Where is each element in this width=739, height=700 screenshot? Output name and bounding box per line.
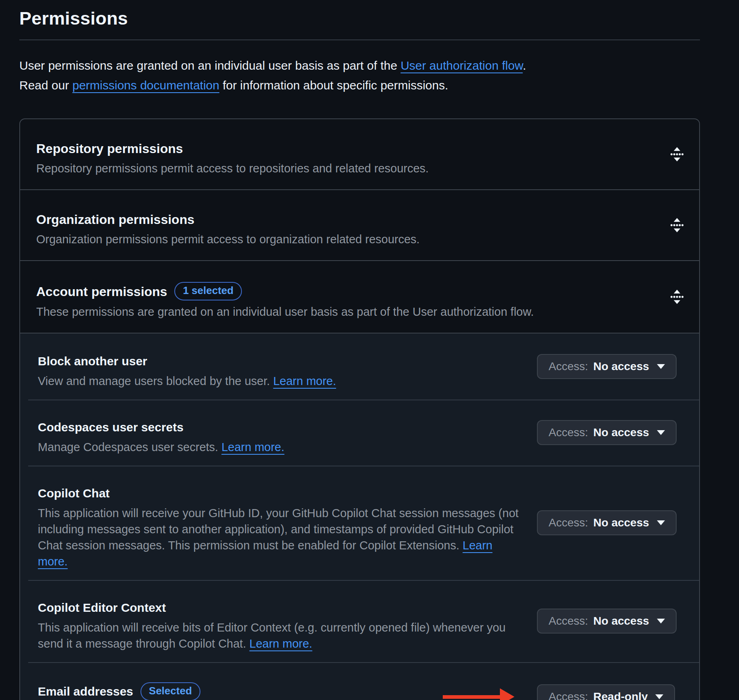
permission-description: View and manage users blocked by the use…: [38, 373, 521, 389]
access-value: No access: [593, 360, 649, 373]
permission-description-text: This application will receive your GitHu…: [38, 507, 518, 552]
intro-line-2-suffix: for information about specific permissio…: [219, 79, 448, 92]
permission-row-copilot-editor-context: Copilot Editor Context This application …: [20, 580, 699, 662]
section-description: These permissions are granted on an indi…: [36, 304, 627, 320]
chevron-down-icon: [657, 364, 665, 369]
permission-row-email-addresses: Email addressesSelected Manage a user's …: [20, 662, 699, 700]
account-permissions-list: Block another user View and manage users…: [20, 333, 699, 700]
access-label: Access:: [549, 360, 588, 373]
permission-row-block-another-user: Block another user View and manage users…: [20, 333, 699, 400]
section-title-text: Account permissions: [36, 284, 167, 299]
intro-line-2-prefix: Read our: [19, 79, 72, 92]
access-value: No access: [593, 615, 649, 628]
access-label: Access:: [549, 615, 588, 628]
drag-handle-icon[interactable]: [670, 289, 684, 304]
permission-description: This application will receive bits of Ed…: [38, 619, 521, 652]
selected-count-badge: 1 selected: [174, 282, 242, 300]
permission-description-text: Manage Codespaces user secrets.: [38, 441, 218, 454]
permission-description-text: View and manage users blocked by the use…: [38, 375, 270, 387]
selected-badge: Selected: [140, 682, 200, 700]
intro-line-2: Read our permissions documentation for i…: [19, 75, 700, 95]
drag-handle-icon[interactable]: [670, 217, 684, 233]
permission-name: Codespaces user secrets: [38, 420, 521, 435]
permission-action: Access: No access: [537, 510, 677, 535]
access-value: No access: [593, 426, 649, 439]
section-organization-permissions: Organization permissions Organization pe…: [20, 190, 699, 261]
red-arrow-icon: [443, 688, 514, 700]
permission-action: Access: No access: [537, 609, 677, 634]
section-account-permissions: Account permissions1 selected These perm…: [20, 261, 699, 333]
learn-more-link[interactable]: Learn more.: [221, 441, 284, 454]
access-dropdown-block-another-user[interactable]: Access: No access: [537, 354, 677, 379]
access-value: Read-only: [593, 690, 648, 700]
learn-more-link[interactable]: Learn more.: [273, 375, 336, 387]
access-dropdown-copilot-chat[interactable]: Access: No access: [537, 510, 677, 535]
permission-info: Codespaces user secrets Manage Codespace…: [38, 400, 537, 466]
access-dropdown-codespaces-user-secrets[interactable]: Access: No access: [537, 420, 677, 445]
permission-row-codespaces-user-secrets: Codespaces user secrets Manage Codespace…: [20, 400, 699, 466]
permission-action: Access: No access: [537, 354, 677, 379]
permission-name-text: Email addresses: [38, 685, 133, 698]
section-title: Account permissions1 selected: [36, 282, 627, 300]
permission-action: Access: No access: [537, 420, 677, 445]
chevron-down-icon: [657, 430, 665, 435]
access-dropdown-copilot-editor-context[interactable]: Access: No access: [537, 609, 677, 634]
intro-line-1-suffix: .: [523, 59, 526, 72]
permission-action: Access: Read-only: [537, 684, 675, 700]
learn-more-link[interactable]: Learn more.: [250, 637, 312, 650]
section-repository-permissions: Repository permissions Repository permis…: [20, 119, 699, 190]
permission-description: This application will receive your GitHu…: [38, 505, 521, 570]
permissions-page: Permissions User permissions are granted…: [0, 0, 739, 700]
section-title: Repository permissions: [36, 140, 627, 157]
permission-name: Block another user: [38, 354, 521, 369]
permission-name: Copilot Editor Context: [38, 600, 521, 615]
permission-info: Block another user View and manage users…: [38, 333, 537, 400]
access-label: Access:: [549, 426, 588, 439]
access-label: Access:: [549, 516, 588, 529]
user-authorization-flow-link[interactable]: User authorization flow: [400, 59, 523, 72]
chevron-down-icon: [655, 694, 663, 699]
permission-name: Copilot Chat: [38, 486, 521, 501]
intro-text: User permissions are granted on an indiv…: [19, 56, 700, 95]
permissions-panel: Repository permissions Repository permis…: [19, 118, 700, 700]
permission-info: Copilot Chat This application will recei…: [38, 466, 537, 580]
access-dropdown-email-addresses[interactable]: Access: Read-only: [537, 684, 675, 700]
access-value: No access: [593, 516, 649, 529]
permission-row-copilot-chat: Copilot Chat This application will recei…: [20, 466, 699, 580]
permission-info: Copilot Editor Context This application …: [38, 580, 537, 662]
chevron-down-icon: [657, 619, 665, 623]
access-label: Access:: [549, 690, 588, 700]
permissions-documentation-link[interactable]: permissions documentation: [72, 79, 219, 92]
intro-line-1: User permissions are granted on an indiv…: [19, 56, 700, 75]
intro-line-1-prefix: User permissions are granted on an indiv…: [19, 59, 400, 72]
section-description: Organization permissions permit access t…: [36, 231, 627, 247]
section-description: Repository permissions permit access to …: [36, 160, 627, 176]
chevron-down-icon: [657, 520, 665, 525]
permission-description: Manage Codespaces user secrets. Learn mo…: [38, 439, 521, 455]
section-title: Organization permissions: [36, 211, 627, 228]
drag-handle-icon[interactable]: [670, 147, 684, 162]
page-title: Permissions: [19, 0, 700, 40]
